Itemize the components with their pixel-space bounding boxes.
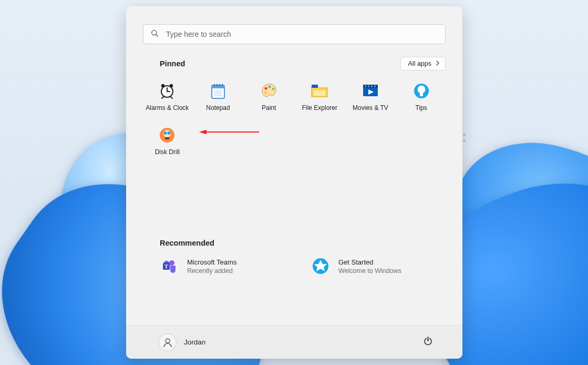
svg-line-8 [171,97,172,98]
annotation-arrow [187,129,271,135]
svg-point-46 [166,339,170,343]
chevron-right-icon [436,60,440,67]
search-box[interactable] [143,24,446,44]
recommended-title: Microsoft Teams [187,258,236,266]
svg-rect-26 [365,86,366,87]
recommended-sub: Recently added [187,267,236,275]
svg-point-35 [164,131,167,135]
tips-icon [412,82,430,100]
svg-point-40 [169,260,174,266]
svg-text:T: T [164,263,168,269]
app-file-explorer[interactable]: File Explorer [294,80,345,124]
notepad-icon [209,82,227,100]
recommended-item-teams[interactable]: T Microsoft Teams Recently added [160,255,290,278]
app-notepad[interactable]: Notepad [193,80,244,124]
alarm-clock-icon [158,82,176,100]
recommended-item-getstarted[interactable]: Get Started Welcome to Windows [311,255,441,278]
svg-line-7 [162,97,163,98]
app-disk-drill[interactable]: Disk Drill [142,124,193,168]
search-icon [151,29,166,39]
svg-point-18 [264,87,267,90]
svg-rect-23 [314,90,325,96]
teams-icon: T [160,257,179,276]
start-menu: Pinned All apps Alarms & Clock Notepad P [126,6,462,359]
paint-icon [260,82,278,100]
all-apps-button[interactable]: All apps [400,57,446,70]
recommended-grid: T Microsoft Teams Recently added Get Sta… [126,247,462,278]
svg-point-5 [161,84,164,87]
recommended-sub: Welcome to Windows [338,267,401,275]
power-button[interactable] [419,334,436,351]
svg-rect-29 [374,86,376,87]
svg-point-19 [268,86,271,88]
app-label: Notepad [206,104,230,111]
app-alarms-clock[interactable]: Alarms & Clock [142,80,193,124]
app-label: Alarms & Clock [146,104,189,111]
app-movies-tv[interactable]: Movies & TV [345,80,396,124]
pinned-pager[interactable] [463,134,466,142]
app-paint[interactable]: Paint [243,80,294,124]
pinned-apps-grid: Alarms & Clock Notepad Paint File Explor… [126,70,462,168]
recommended-title: Get Started [338,258,401,266]
recommended-heading: Recommended [126,239,462,247]
all-apps-label: All apps [408,60,431,67]
svg-rect-32 [420,93,423,96]
svg-rect-37 [165,137,169,139]
svg-point-36 [168,131,171,135]
user-account-button[interactable]: Jordan [159,333,205,351]
app-label: Movies & TV [353,104,388,111]
svg-point-31 [417,86,425,94]
svg-point-6 [170,84,173,87]
start-footer: Jordan [126,325,462,359]
svg-point-20 [272,88,274,90]
avatar [159,333,177,351]
app-label: Disk Drill [155,148,180,156]
movies-tv-icon [362,82,379,100]
username: Jordan [184,338,205,346]
app-label: File Explorer [302,104,337,111]
power-icon [423,336,433,348]
app-tips[interactable]: Tips [396,80,447,124]
svg-marker-39 [199,130,207,135]
app-label: Tips [416,104,427,111]
app-label: Paint [262,104,276,111]
svg-rect-22 [312,85,318,88]
file-explorer-icon [311,82,328,100]
svg-rect-27 [368,86,369,87]
svg-rect-28 [371,86,373,87]
svg-point-21 [264,92,266,94]
getstarted-icon [311,257,330,276]
svg-line-1 [156,34,158,36]
search-input[interactable] [166,30,438,38]
pinned-heading: Pinned [160,59,185,68]
diskdrill-icon [158,126,176,144]
